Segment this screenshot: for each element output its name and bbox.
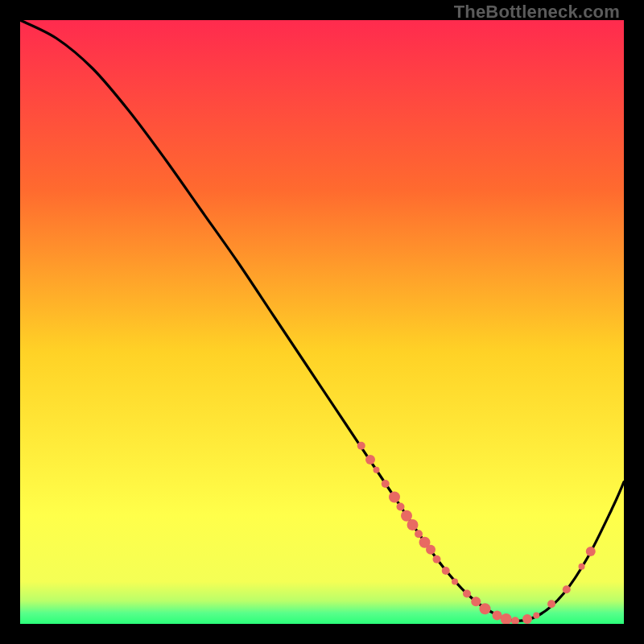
curve-marker bbox=[586, 547, 596, 556]
bottleneck-curve-chart bbox=[20, 20, 624, 624]
curve-marker bbox=[493, 611, 502, 621]
curve-marker bbox=[563, 585, 571, 593]
gradient-background bbox=[20, 20, 624, 624]
curve-marker bbox=[382, 480, 390, 488]
watermark-label: TheBottleneck.com bbox=[454, 2, 620, 23]
curve-marker bbox=[389, 492, 400, 503]
curve-marker bbox=[579, 564, 585, 570]
curve-marker bbox=[480, 603, 491, 614]
curve-marker bbox=[442, 567, 450, 575]
curve-marker bbox=[522, 614, 532, 624]
curve-marker bbox=[471, 597, 481, 606]
curve-marker bbox=[433, 555, 441, 564]
curve-marker bbox=[407, 519, 419, 530]
curve-marker bbox=[357, 442, 365, 450]
curve-marker bbox=[547, 600, 555, 608]
curve-marker bbox=[415, 530, 423, 538]
curve-marker bbox=[426, 545, 436, 555]
curve-marker bbox=[463, 590, 471, 598]
chart-frame bbox=[20, 20, 624, 624]
curve-marker bbox=[452, 579, 458, 585]
curve-marker bbox=[365, 455, 375, 464]
curve-marker bbox=[374, 467, 380, 473]
curve-marker bbox=[397, 503, 405, 511]
curve-marker bbox=[533, 613, 539, 619]
